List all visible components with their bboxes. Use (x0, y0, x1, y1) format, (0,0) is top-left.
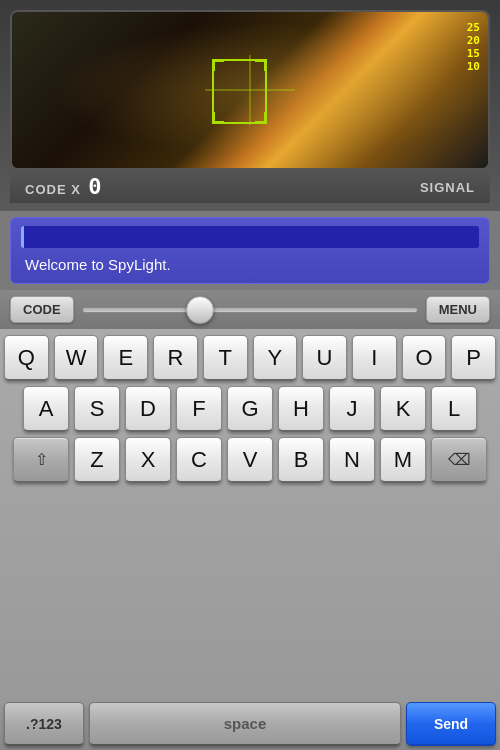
key-D[interactable]: D (125, 386, 171, 432)
key-L[interactable]: L (431, 386, 477, 432)
keyboard: Q W E R T Y U I O P A S D F G H J K L ⇧ … (0, 329, 500, 698)
menu-button[interactable]: MENU (426, 296, 490, 323)
message-input-cursor (21, 226, 479, 248)
key-N[interactable]: N (329, 437, 375, 483)
keyboard-row-3: ⇧ Z X C V B N M ⌫ (4, 437, 496, 483)
reticle-corner-br (255, 112, 267, 124)
camera-background (12, 12, 488, 168)
camera-status-bar: CODE x 0 SIGNAL (10, 170, 490, 203)
key-B[interactable]: B (278, 437, 324, 483)
key-K[interactable]: K (380, 386, 426, 432)
reticle-corner-bl (212, 112, 224, 124)
target-box (212, 59, 267, 124)
key-C[interactable]: C (176, 437, 222, 483)
space-key[interactable]: space (89, 702, 401, 746)
welcome-message: Welcome to SpyLight. (21, 254, 479, 275)
key-H[interactable]: H (278, 386, 324, 432)
viewfinder-section: 25 20 15 10 CODE x 0 SIGNAL (0, 0, 500, 211)
key-R[interactable]: R (153, 335, 198, 381)
key-U[interactable]: U (302, 335, 347, 381)
numbers-key[interactable]: .?123 (4, 702, 84, 746)
reticle-corner-tl (212, 59, 224, 71)
scale-20: 20 (467, 35, 480, 46)
key-J[interactable]: J (329, 386, 375, 432)
controls-row: CODE MENU (0, 290, 500, 329)
keyboard-bottom-row: .?123 space Send (0, 698, 500, 750)
message-section[interactable]: Welcome to SpyLight. (10, 217, 490, 284)
send-key[interactable]: Send (406, 702, 496, 746)
shift-key[interactable]: ⇧ (13, 437, 69, 483)
keyboard-row-1: Q W E R T Y U I O P (4, 335, 496, 381)
key-W[interactable]: W (54, 335, 99, 381)
key-Z[interactable]: Z (74, 437, 120, 483)
code-status: CODE x 0 (25, 174, 105, 199)
scale-15: 15 (467, 48, 480, 59)
keyboard-row-2: A S D F G H J K L (4, 386, 496, 432)
scale-10: 10 (467, 61, 480, 72)
code-button[interactable]: CODE (10, 296, 74, 323)
slider-track[interactable] (82, 307, 418, 313)
scale-25: 25 (467, 22, 480, 33)
scale-indicator: 25 20 15 10 (467, 22, 480, 72)
code-label: CODE x (25, 182, 81, 197)
key-P[interactable]: P (451, 335, 496, 381)
key-G[interactable]: G (227, 386, 273, 432)
signal-status: SIGNAL (420, 178, 475, 196)
key-F[interactable]: F (176, 386, 222, 432)
key-S[interactable]: S (74, 386, 120, 432)
camera-view: 25 20 15 10 (10, 10, 490, 170)
signal-label: SIGNAL (420, 180, 475, 195)
key-X[interactable]: X (125, 437, 171, 483)
key-I[interactable]: I (352, 335, 397, 381)
reticle-corner-tr (255, 59, 267, 71)
key-M[interactable]: M (380, 437, 426, 483)
key-T[interactable]: T (203, 335, 248, 381)
slider-thumb[interactable] (186, 296, 214, 324)
key-A[interactable]: A (23, 386, 69, 432)
key-Y[interactable]: Y (253, 335, 298, 381)
key-E[interactable]: E (103, 335, 148, 381)
key-O[interactable]: O (402, 335, 447, 381)
key-Q[interactable]: Q (4, 335, 49, 381)
crosshair-vertical (250, 55, 251, 125)
delete-key[interactable]: ⌫ (431, 437, 487, 483)
key-V[interactable]: V (227, 437, 273, 483)
code-value: 0 (88, 174, 101, 199)
